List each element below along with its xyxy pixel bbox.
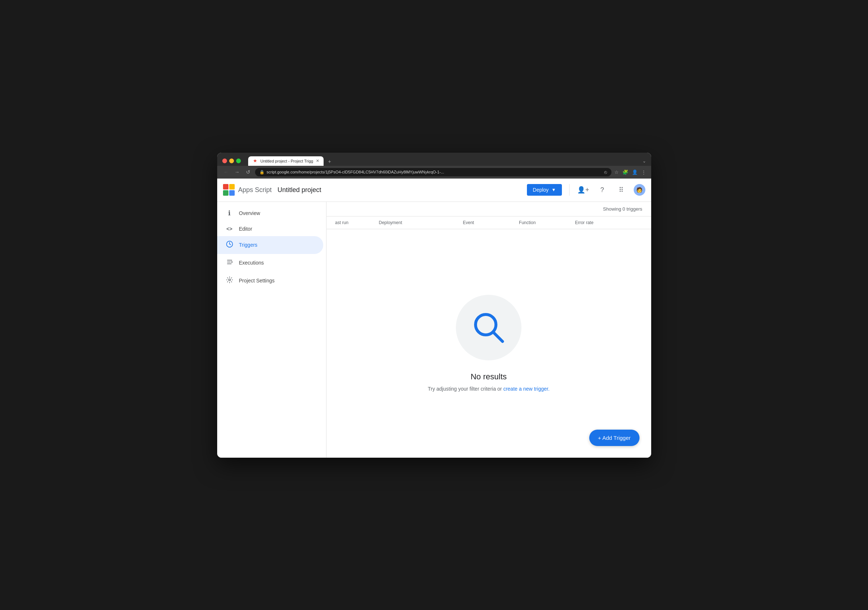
column-header-deployment: Deployment — [379, 220, 463, 225]
svg-line-11 — [493, 332, 502, 341]
sidebar-label-project-settings: Project Settings — [239, 278, 275, 283]
triggers-icon — [226, 240, 233, 249]
main-area: ℹ Overview <> Editor Triggers — [217, 202, 651, 458]
new-tab-button[interactable]: + — [325, 157, 334, 166]
menu-icon[interactable]: ⋮ — [641, 169, 646, 175]
sidebar-item-overview[interactable]: ℹ Overview — [217, 205, 323, 221]
column-header-function: Function — [519, 220, 575, 225]
apps-script-logo[interactable]: Apps Script — [223, 184, 272, 196]
no-results-description: Try adjusting your filter criteria or cr… — [428, 386, 550, 392]
empty-state: No results Try adjusting your filter cri… — [327, 229, 651, 458]
svg-rect-2 — [229, 184, 235, 189]
sidebar-label-editor: Editor — [239, 226, 253, 232]
forward-button[interactable]: → — [233, 169, 241, 175]
content-relative: No results Try adjusting your filter cri… — [327, 229, 651, 458]
address-text: script.google.com/home/projects/1j5PsO4-… — [267, 170, 602, 174]
search-icon-large — [470, 310, 507, 346]
address-bar[interactable]: 🔒 script.google.com/home/projects/1j5PsO… — [255, 168, 611, 176]
traffic-lights — [222, 158, 241, 163]
add-person-icon: 👤+ — [577, 186, 589, 194]
add-trigger-label: + Add Trigger — [598, 435, 631, 441]
extensions-icon[interactable]: 🧩 — [622, 169, 628, 175]
sidebar-label-executions: Executions — [239, 260, 264, 266]
apps-grid-icon: ⠿ — [619, 186, 623, 194]
project-name: Untitled project — [277, 186, 321, 194]
column-header-event: Event — [463, 220, 519, 225]
deploy-button[interactable]: Deploy ▼ — [527, 184, 561, 196]
column-header-error-rate: Error rate — [575, 220, 642, 225]
apps-grid-button[interactable]: ⠿ — [615, 183, 628, 197]
executions-icon — [226, 259, 233, 268]
tabs-bar: Untitled project - Project Trigg ✕ + ⌄ — [248, 156, 646, 166]
add-person-button[interactable]: 👤+ — [577, 183, 590, 197]
browser-chrome: Untitled project - Project Trigg ✕ + ⌄ ←… — [217, 153, 651, 178]
header-divider — [569, 184, 570, 196]
user-avatar: 🧑 — [636, 187, 642, 193]
showing-text: Showing 0 triggers — [603, 206, 642, 212]
sidebar-item-triggers[interactable]: Triggers — [217, 236, 323, 254]
settings-icon — [226, 276, 233, 285]
browser-tab-active[interactable]: Untitled project - Project Trigg ✕ — [248, 156, 324, 166]
apps-script-logo-icon — [223, 184, 235, 196]
tab-title: Untitled project - Project Trigg — [260, 159, 313, 163]
add-trigger-button[interactable]: + Add Trigger — [589, 430, 640, 446]
deploy-arrow-icon: ▼ — [552, 187, 556, 192]
tab-favicon — [253, 158, 257, 164]
lock-icon: 🔒 — [259, 170, 265, 175]
tabs-chevron[interactable]: ⌄ — [642, 158, 646, 166]
sidebar-item-executions[interactable]: Executions — [217, 254, 323, 272]
sidebar: ℹ Overview <> Editor Triggers — [217, 202, 327, 458]
tab-close-button[interactable]: ✕ — [316, 158, 319, 163]
profile-icon[interactable]: 👤 — [632, 169, 638, 175]
traffic-light-red[interactable] — [222, 158, 227, 163]
app-container: Apps Script Untitled project Deploy ▼ 👤+… — [217, 178, 651, 458]
sidebar-label-triggers: Triggers — [239, 242, 257, 248]
user-avatar-button[interactable]: 🧑 — [634, 184, 645, 196]
svg-rect-3 — [223, 190, 228, 196]
refresh-button[interactable]: ↺ — [244, 169, 252, 175]
content-header: Showing 0 triggers — [327, 202, 651, 217]
back-button[interactable]: ← — [222, 169, 230, 175]
browser-window: Untitled project - Project Trigg ✕ + ⌄ ←… — [217, 153, 651, 458]
bookmark-icon[interactable]: ☆ — [614, 169, 619, 175]
table-header: ast run Deployment Event Function Error … — [327, 217, 651, 229]
sidebar-label-overview: Overview — [239, 210, 260, 216]
svg-rect-1 — [223, 184, 228, 189]
address-actions: ☆ 🧩 👤 ⋮ — [614, 169, 646, 175]
column-header-last-run: ast run — [335, 220, 379, 225]
sidebar-item-project-settings[interactable]: Project Settings — [217, 272, 323, 290]
address-bar-row: ← → ↺ 🔒 script.google.com/home/projects/… — [217, 166, 651, 178]
svg-rect-4 — [229, 190, 235, 196]
app-header: Apps Script Untitled project Deploy ▼ 👤+… — [217, 178, 651, 202]
help-icon: ? — [600, 186, 604, 194]
no-results-title: No results — [470, 372, 507, 381]
editor-icon: <> — [226, 226, 233, 232]
create-trigger-link[interactable]: create a new trigger. — [503, 386, 550, 392]
traffic-light-yellow[interactable] — [229, 158, 234, 163]
content-panel: Showing 0 triggers ast run Deployment Ev… — [327, 202, 651, 458]
svg-point-9 — [228, 279, 230, 280]
title-bar: Untitled project - Project Trigg ✕ + ⌄ — [217, 153, 651, 166]
search-illustration — [456, 295, 521, 361]
share-icon[interactable]: ⎋ — [604, 169, 607, 175]
overview-icon: ℹ — [226, 209, 233, 217]
traffic-light-green[interactable] — [236, 158, 241, 163]
help-button[interactable]: ? — [596, 183, 609, 197]
sidebar-item-editor[interactable]: <> Editor — [217, 221, 323, 236]
no-results-text: Try adjusting your filter criteria or — [428, 386, 503, 392]
apps-script-label: Apps Script — [238, 186, 272, 194]
deploy-label: Deploy — [533, 187, 549, 193]
